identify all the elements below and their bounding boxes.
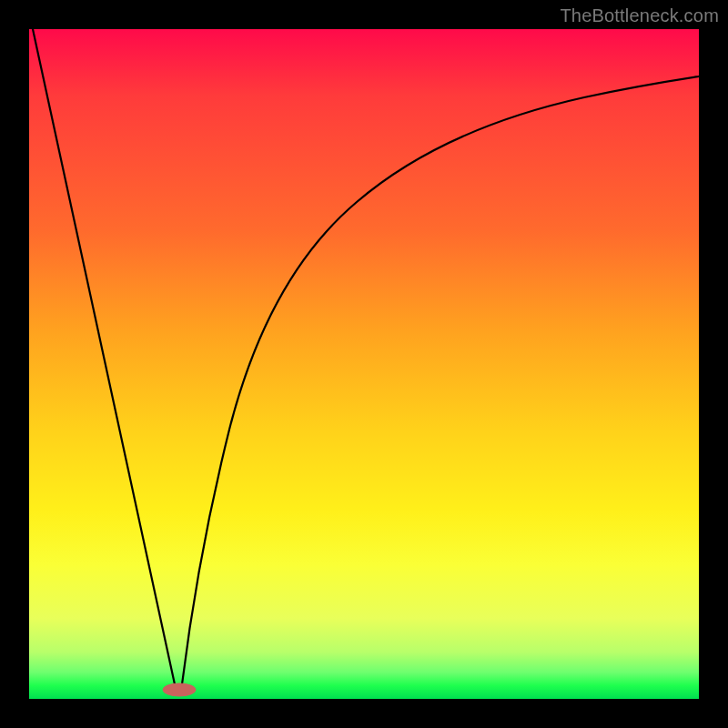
chart-curves — [29, 29, 699, 699]
chart-plot-area — [29, 29, 699, 699]
chart-frame: TheBottleneck.com — [0, 0, 728, 728]
minimum-marker — [163, 683, 196, 696]
curve-left-branch — [33, 29, 175, 684]
curve-right-branch — [182, 76, 699, 684]
attribution-text: TheBottleneck.com — [560, 5, 719, 26]
